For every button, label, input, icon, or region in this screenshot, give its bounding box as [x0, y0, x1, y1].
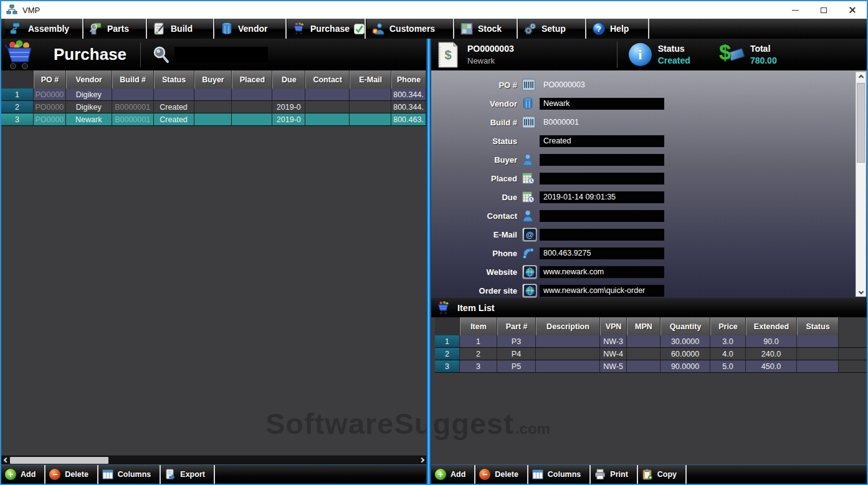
toolbar-spacer: [687, 465, 867, 484]
column-header-po[interactable]: PO #: [34, 70, 66, 89]
cell-email: [350, 89, 391, 100]
menu-item-stock[interactable]: Stock: [454, 19, 518, 39]
cell-description: [536, 348, 600, 360]
menu-item-customers[interactable]: Customers: [366, 19, 454, 39]
menu-item-help[interactable]: ? Help: [586, 19, 649, 39]
placed-input[interactable]: [540, 173, 664, 185]
vendor-input[interactable]: [540, 98, 664, 110]
scroll-right-arrow[interactable]: [417, 456, 426, 465]
row-number: 3: [435, 360, 460, 372]
item-row-3[interactable]: 3 3 P5 NW-5 90.0000 5.0 450.0: [435, 360, 867, 373]
scroll-left-arrow[interactable]: [1, 456, 11, 465]
item-row-1[interactable]: 1 1 P3 NW-3 30.0000 3.0 90.0: [435, 335, 867, 348]
customers-icon: [371, 22, 385, 36]
minimize-button[interactable]: [781, 1, 809, 19]
columns-button[interactable]: Columns: [98, 465, 161, 484]
cell-vendor: Digikey: [66, 89, 112, 100]
column-header-description[interactable]: Description: [536, 317, 600, 335]
purchase-row-3-selected[interactable]: 3 PO0000 Newark B0000001 Created 2019-0 …: [1, 113, 426, 126]
add-button[interactable]: + Add: [1, 465, 45, 484]
columns-button[interactable]: Columns: [528, 465, 591, 484]
column-header-phone[interactable]: Phone: [391, 70, 426, 89]
order-site-input[interactable]: [540, 285, 664, 297]
menu-item-build[interactable]: Build: [147, 19, 214, 39]
menu-item-parts[interactable]: Parts: [83, 19, 147, 39]
cell-part: P4: [497, 348, 536, 360]
delete-icon: −: [49, 469, 60, 480]
scroll-up-arrow[interactable]: [856, 72, 866, 82]
status-label: Status: [658, 44, 690, 54]
vertical-scrollbar[interactable]: [856, 72, 866, 297]
form-row-vendor: Vendor: [431, 94, 867, 113]
email-input[interactable]: [540, 229, 664, 241]
menu-label: Vendor: [238, 24, 267, 34]
column-header-placed[interactable]: Placed: [232, 70, 272, 89]
column-header-status[interactable]: Status: [797, 317, 839, 335]
column-header-due[interactable]: Due: [272, 70, 305, 89]
menu-label: Parts: [107, 24, 129, 34]
horizontal-scrollbar[interactable]: [1, 455, 426, 464]
phone-input[interactable]: [540, 247, 664, 259]
po-number-value: PO0000003: [540, 80, 585, 89]
print-button[interactable]: Print: [591, 465, 637, 484]
column-header-extended[interactable]: Extended: [746, 317, 797, 335]
cell-vpn: NW-3: [600, 335, 627, 347]
stock-icon: [460, 22, 474, 36]
column-header-build[interactable]: Build #: [112, 70, 154, 89]
column-header-vendor[interactable]: Vendor: [66, 70, 112, 89]
purchase-row-2[interactable]: 2 PO0000 Digikey B0000001 Created 2019-0…: [1, 101, 426, 113]
scrollbar-thumb[interactable]: [857, 83, 865, 163]
globe-icon[interactable]: [522, 284, 540, 298]
cell-po: PO0000: [34, 89, 66, 100]
website-input[interactable]: [540, 266, 664, 278]
menu-item-vendor[interactable]: Vendor: [214, 19, 287, 39]
column-header-buyer[interactable]: Buyer: [194, 70, 232, 89]
po-detail-form: PO # PO0000003 Vendor Build # B0000001: [431, 70, 867, 298]
export-button[interactable]: Export: [161, 465, 215, 484]
menu-item-assembly[interactable]: Assembly: [5, 19, 83, 39]
form-row-email: E-Mail @: [431, 225, 867, 244]
add-item-button[interactable]: + Add: [431, 465, 475, 484]
scrollbar-thumb[interactable]: [10, 457, 108, 464]
status-input[interactable]: [540, 135, 664, 147]
menu-item-setup[interactable]: Setup: [518, 19, 586, 39]
delete-item-button[interactable]: − Delete: [475, 465, 528, 484]
column-header-part[interactable]: Part #: [497, 317, 536, 335]
button-label: Copy: [657, 470, 677, 479]
cell-buyer: [194, 89, 232, 100]
purchase-row-1[interactable]: 1 PO0000 Digikey 800.344.: [1, 89, 426, 101]
panel-title: Purchase: [54, 45, 126, 64]
cell-item: 1: [460, 335, 497, 347]
cell-status: [154, 89, 194, 100]
close-button[interactable]: [838, 1, 867, 19]
maximize-button[interactable]: [809, 1, 838, 19]
menu-item-purchase[interactable]: Purchase: [287, 19, 366, 39]
panel-splitter[interactable]: [426, 39, 431, 484]
delete-button[interactable]: − Delete: [45, 465, 98, 484]
column-header-price[interactable]: Price: [710, 317, 746, 335]
search-input[interactable]: [174, 47, 268, 62]
purchase-cart-icon: [292, 22, 306, 36]
column-header-item[interactable]: Item: [460, 317, 497, 335]
status-info-icon: i: [629, 43, 652, 66]
contact-input[interactable]: [540, 210, 664, 222]
column-header-contact[interactable]: Contact: [305, 70, 350, 89]
globe-icon[interactable]: [522, 265, 540, 279]
scroll-down-arrow[interactable]: [856, 287, 866, 296]
item-row-2[interactable]: 2 2 P4 NW-4 60.0000 4.0 240.0: [435, 348, 867, 360]
column-header-email[interactable]: E-Mail: [350, 70, 391, 89]
maximize-icon: [821, 7, 827, 13]
due-input[interactable]: [540, 191, 664, 203]
copy-icon: [642, 469, 653, 480]
copy-button[interactable]: Copy: [638, 465, 687, 484]
button-label: Columns: [548, 470, 581, 479]
column-header-status[interactable]: Status: [154, 70, 194, 89]
cell-part: P3: [497, 335, 536, 347]
column-header-quantity[interactable]: Quantity: [661, 317, 710, 335]
buyer-input[interactable]: [540, 154, 664, 166]
column-header-vpn[interactable]: VPN: [600, 317, 627, 335]
email-at-icon[interactable]: @: [522, 228, 540, 242]
cell-contact: [305, 89, 350, 100]
column-header-mpn[interactable]: MPN: [627, 317, 661, 335]
svg-text:?: ?: [596, 24, 601, 34]
